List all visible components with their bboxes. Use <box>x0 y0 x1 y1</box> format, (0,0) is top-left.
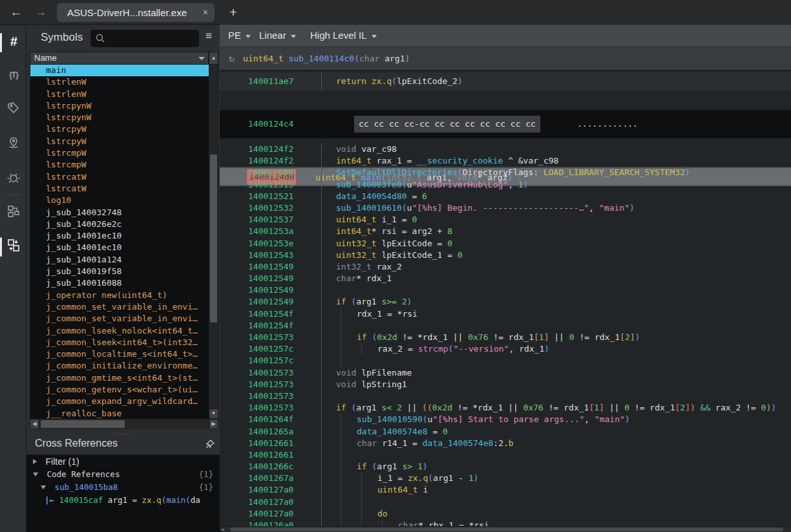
scroll-right-button[interactable]: ▶ <box>209 419 218 429</box>
symbol-row[interactable]: j_operator new(uint64_t) <box>30 290 209 301</box>
symbol-row[interactable]: j_common_initialize_environme… <box>30 360 209 372</box>
symbol-row[interactable]: main <box>30 65 209 76</box>
symbol-row[interactable]: log10 <box>30 195 209 206</box>
panel-splitter[interactable]: ······ <box>26 431 220 438</box>
code-text: if (arg1 s> 1) <box>357 461 428 473</box>
code-line[interactable]: 1400127a0do <box>220 508 791 520</box>
binary-format-dropdown[interactable]: PE <box>228 25 255 47</box>
code-line[interactable]: 14001257c <box>220 355 791 367</box>
symbol-row[interactable]: lstrcmpW <box>30 147 209 159</box>
code-hscrollbar-thumb[interactable] <box>230 527 783 531</box>
code-line[interactable]: 140012521data_140054d80 = 6 <box>220 191 791 202</box>
forward-arrow-icon[interactable]: → <box>32 4 49 21</box>
symbol-row[interactable]: lstrlenW <box>30 89 209 100</box>
sticky-function-signature[interactable]: ↻ uint64_t sub_1400114c0(char arg1) <box>220 47 791 70</box>
column-dropdown-icon[interactable] <box>198 57 205 60</box>
code-hscrollbar[interactable]: ◀ <box>220 526 791 532</box>
code-line[interactable]: 14001254f <box>220 320 791 332</box>
code-line[interactable]: 1400124f2void var_c98 <box>220 144 791 155</box>
code-line[interactable]: 140012661char r14_1 = data_1400574e8:2.b <box>220 438 791 449</box>
code-references-row[interactable]: Code References {1} <box>26 468 220 481</box>
symbols-vscrollbar-thumb[interactable] <box>210 154 217 323</box>
types-icon[interactable]: {T} <box>5 67 22 83</box>
mini-graph-icon[interactable] <box>5 204 22 220</box>
symbol-row[interactable]: lstrcpyW <box>30 136 209 147</box>
xref-function-row[interactable]: sub_140015ba8 {1} <box>26 481 220 494</box>
pin-icon[interactable] <box>205 439 215 452</box>
symbol-row[interactable]: j_sub_14001ec10 <box>30 242 209 253</box>
code-line[interactable]: 14001254frdx_1 = *rsi <box>220 308 791 320</box>
code-line[interactable]: 14001267ai_1 = zx.q(arg1 - 1) <box>220 473 791 484</box>
symbol-row[interactable]: j__realloc_base <box>30 408 209 419</box>
il-level-dropdown[interactable]: High Level IL <box>310 25 381 47</box>
code-line[interactable]: 140011ae7 return zx.q(lpExitCode_2) <box>220 72 791 90</box>
symbols-hash-icon[interactable]: # <box>5 33 22 50</box>
code-line[interactable]: 14001257crax_2 = strcmp("--version", rdx… <box>220 343 791 355</box>
code-line[interactable]: 140012515sub_140003fe0(u"AsusDriverHub\L… <box>220 179 791 191</box>
symbol-row[interactable]: j_sub_140032748 <box>30 207 209 218</box>
code-line[interactable]: 140012661 <box>220 449 791 461</box>
scroll-left-button[interactable]: ◀ <box>221 527 224 532</box>
scroll-up-button[interactable]: ▲ <box>209 52 218 65</box>
symbol-row[interactable]: j_common_getenv_s<wchar_t>(ui… <box>30 384 209 396</box>
code-line[interactable]: 14001264fsub_140010590(u"[%hs] Start to … <box>220 414 791 425</box>
new-tab-button[interactable]: + <box>225 3 242 22</box>
symbol-row[interactable]: lstrcmpW <box>30 159 209 171</box>
symbol-row[interactable]: lstrcpynW <box>30 100 209 112</box>
tags-icon[interactable] <box>5 100 22 117</box>
back-arrow-icon[interactable]: ← <box>8 4 25 21</box>
hamburger-icon[interactable]: ≡ <box>206 30 212 43</box>
code-line[interactable]: 140012549int32_t rax_2 <box>220 261 791 273</box>
debugger-icon[interactable] <box>5 170 22 187</box>
symbol-row[interactable]: j_common_lseek_nolock<int64_t… <box>30 325 209 337</box>
code-line[interactable]: 140012506SetDefaultDllDirectories(Direct… <box>220 167 791 178</box>
view-layout-dropdown[interactable]: Linear <box>259 25 300 47</box>
symbols-hscrollbar-thumb[interactable] <box>41 420 125 428</box>
code-line[interactable]: 140012532sub_140010610(u"[%hs] Begin. --… <box>220 202 791 214</box>
symbol-row[interactable]: j_common_localtime_s<int64_t>… <box>30 348 209 360</box>
memory-map-icon[interactable] <box>5 135 22 152</box>
symbol-row[interactable]: j_common_set_variable_in_envi… <box>30 313 209 325</box>
code-line[interactable]: 1400124f2int64_t rax_1 = __security_cook… <box>220 155 791 167</box>
symbol-row[interactable]: lstrlenW <box>30 76 209 88</box>
cross-references-icon[interactable] <box>5 237 22 254</box>
code-line[interactable]: 140012573if (0x2d != *rdx_1 || 0x76 != r… <box>220 332 791 343</box>
code-line[interactable]: 140012549char* rdx_1 <box>220 273 791 284</box>
code-line[interactable]: 1400127a0uint64_t i <box>220 484 791 496</box>
code-line[interactable]: 14001266cif (arg1 s> 1) <box>220 461 791 473</box>
symbols-search-input[interactable] <box>90 30 199 47</box>
code-line[interactable]: 140012537uint64_t i_1 = 0 <box>220 214 791 226</box>
scroll-left-button[interactable]: ◀ <box>30 419 39 429</box>
symbol-row[interactable]: lstrcpynW <box>30 112 209 123</box>
symbol-row[interactable]: lstrcpyW <box>30 123 209 135</box>
xref-entry-row[interactable]: |← 140015caf arg1 = zx.q(main(da <box>26 494 220 507</box>
code-line[interactable]: 140012573void lpFilename <box>220 367 791 379</box>
symbol-row[interactable]: j_common_expand_argv_wildcard… <box>30 396 209 407</box>
code-line[interactable]: 14001253euint32_t lpExitCode = 0 <box>220 238 791 250</box>
code-line[interactable]: 14001265adata_1400574e8 = 0 <box>220 426 791 438</box>
symbol-row[interactable]: j_sub_14001a124 <box>30 254 209 266</box>
symbol-row[interactable]: j_common_gmtime_s<int64_t>(st… <box>30 372 209 384</box>
symbol-row[interactable]: j_common_lseek<int64_t>(int32… <box>30 337 209 348</box>
symbol-row[interactable]: lstrcatW <box>30 171 209 183</box>
file-tab[interactable]: ASUS-DriverH...nstaller.exe × <box>57 3 215 22</box>
code-line[interactable]: 140012543uint32_t lpExitCode_1 = 0 <box>220 250 791 261</box>
xrefs-filter-row[interactable]: Filter (1) <box>26 455 220 468</box>
name-column-header[interactable]: Name <box>30 52 209 65</box>
symbol-row[interactable]: lstrcatW <box>30 183 209 195</box>
scroll-down-button[interactable]: ▼ <box>209 409 218 419</box>
tab-close-icon[interactable]: × <box>203 3 208 22</box>
symbol-row[interactable]: j_common_set_variable_in_envi… <box>30 301 209 313</box>
code-line[interactable]: 140012573 <box>220 390 791 402</box>
symbol-row[interactable]: j_sub_140016088 <box>30 277 209 289</box>
symbol-row[interactable]: j_sub_14001ec10 <box>30 230 209 242</box>
code-line[interactable]: 140012549if (arg1 s>= 2) <box>220 296 791 308</box>
padding-bytes-line[interactable]: 1400124c4 cc cc cc cc-cc cc cc cc cc cc … <box>220 110 791 138</box>
symbol-row[interactable]: j_sub_140019f58 <box>30 266 209 277</box>
code-line[interactable]: 140012573if (arg1 s< 2 || ((0x2d != *rdx… <box>220 402 791 414</box>
code-line[interactable]: 14001253aint64_t* rsi = arg2 + 8 <box>220 226 791 237</box>
symbol-row[interactable]: j_sub_140026e2c <box>30 218 209 230</box>
code-line[interactable]: 1400127a0 <box>220 496 791 508</box>
code-line[interactable]: 140012549 <box>220 284 791 296</box>
code-line[interactable]: 140012573void lpString1 <box>220 379 791 390</box>
